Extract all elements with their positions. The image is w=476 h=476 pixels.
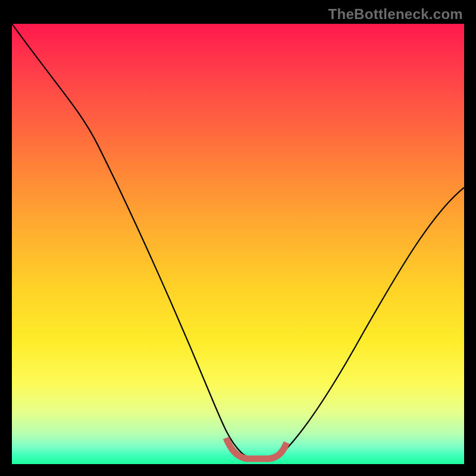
chart-frame: TheBottleneck.com [0,0,476,476]
watermark-text: TheBottleneck.com [328,6,463,23]
curve-layer [12,24,464,464]
bottleneck-curve [12,24,464,459]
plot-area [12,24,464,464]
optimal-range-marker [226,438,287,459]
